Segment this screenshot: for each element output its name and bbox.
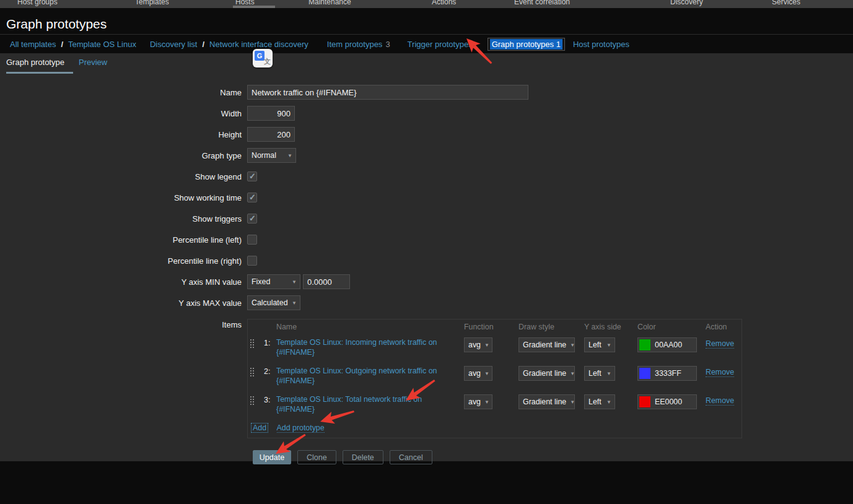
item-name-link[interactable]: Template OS Linux: Total network traffic… — [276, 394, 464, 414]
chevron-down-icon: ▼ — [484, 399, 489, 405]
draw-style-select[interactable]: Gradient line ▼ — [518, 337, 575, 352]
clone-button[interactable]: Clone — [297, 450, 336, 464]
y-axis-max-label: Y axis MAX value — [0, 298, 247, 308]
tab-graph-prototype[interactable]: Graph prototype — [6, 53, 73, 74]
col-header-draw-style: Draw style — [518, 323, 584, 331]
y-axis-side-select[interactable]: Left ▼ — [584, 337, 615, 352]
y-axis-side-select[interactable]: Left ▼ — [584, 394, 615, 409]
percentile-left-checkbox[interactable] — [247, 235, 257, 245]
breadcrumb-network-interface-discovery[interactable]: Network interface discovery — [209, 40, 308, 49]
y-axis-max-row: Y axis MAX value Calculated ▼ — [0, 292, 853, 313]
breadcrumb-discovery-list[interactable]: Discovery list — [150, 40, 198, 49]
col-header-color: Color — [637, 323, 706, 331]
col-header-function: Function — [464, 323, 518, 331]
color-input[interactable]: 00AA00 — [637, 337, 697, 352]
menu-actions[interactable]: Actions — [432, 0, 456, 7]
items-table-header: Name Function Draw style Y axis side Col… — [248, 319, 741, 333]
items-label: Items — [0, 313, 247, 329]
cancel-button[interactable]: Cancel — [390, 450, 432, 464]
drag-handle-icon[interactable] — [250, 339, 256, 349]
breadcrumb-graph-prototypes-active[interactable]: Graph prototypes 1 — [488, 38, 565, 51]
graph-type-select[interactable]: Normal ▼ — [247, 148, 296, 163]
breadcrumb: All templates / Template OS Linux Discov… — [0, 35, 853, 53]
menu-maintenance[interactable]: Maintenance — [308, 0, 351, 7]
function-select[interactable]: avg ▼ — [464, 394, 492, 409]
breadcrumb-host-prototypes[interactable]: Host prototypes — [573, 40, 629, 49]
add-item-link[interactable]: Add — [251, 423, 268, 433]
form-footer: Update Clone Delete Cancel — [253, 450, 853, 464]
show-triggers-row: Show triggers — [0, 208, 853, 229]
chevron-down-icon: ▼ — [292, 279, 297, 285]
function-select[interactable]: avg ▼ — [464, 337, 492, 352]
col-header-action: Action — [706, 323, 743, 331]
draw-style-select[interactable]: Gradient line ▼ — [518, 394, 575, 409]
y-axis-min-value-input[interactable] — [303, 274, 350, 289]
y-axis-min-type-select[interactable]: Fixed ▼ — [247, 274, 300, 289]
menu-services[interactable]: Services — [772, 0, 800, 7]
remove-item-link[interactable]: Remove — [706, 396, 734, 406]
show-triggers-checkbox[interactable] — [247, 214, 257, 224]
y-axis-side-select[interactable]: Left ▼ — [584, 366, 615, 381]
col-header-y-axis-side: Y axis side — [584, 323, 637, 331]
show-legend-row: Show legend — [0, 166, 853, 187]
remove-item-link[interactable]: Remove — [706, 339, 734, 349]
percentile-right-checkbox[interactable] — [247, 256, 257, 266]
graph-type-label: Graph type — [0, 151, 247, 160]
draw-style-select[interactable]: Gradient line ▼ — [518, 366, 575, 381]
breadcrumb-all-templates[interactable]: All templates — [10, 40, 56, 49]
function-select[interactable]: avg ▼ — [464, 366, 492, 381]
item-name-link[interactable]: Template OS Linux: Incoming network traf… — [276, 337, 464, 357]
graph-type-value: Normal — [252, 151, 276, 160]
show-working-time-row: Show working time — [0, 187, 853, 208]
show-legend-checkbox[interactable] — [247, 172, 257, 181]
drag-handle-icon[interactable] — [250, 396, 256, 406]
menu-host-groups[interactable]: Host groups — [17, 0, 58, 7]
menu-templates[interactable]: Templates — [135, 0, 169, 7]
name-row: Name — [0, 82, 853, 103]
google-translate-icon[interactable]: G 文 — [253, 49, 273, 67]
title-bar: Graph prototypes — [0, 8, 853, 34]
chevron-down-icon: ▼ — [570, 399, 575, 405]
menu-event-correlation[interactable]: Event correlation — [514, 0, 570, 7]
breadcrumb-separator: / — [61, 40, 63, 49]
breadcrumb-item-prototypes[interactable]: Item prototypes — [327, 40, 383, 49]
item-prototypes-count: 3 — [385, 40, 390, 49]
menu-discovery[interactable]: Discovery — [670, 0, 703, 7]
color-swatch — [639, 339, 650, 350]
zabbix-graph-prototypes-page: Host groups Templates Hosts Maintenance … — [0, 0, 853, 504]
item-number: 3: — [264, 394, 276, 404]
delete-button[interactable]: Delete — [343, 450, 383, 464]
show-legend-label: Show legend — [0, 172, 247, 181]
graph-type-row: Graph type Normal ▼ — [0, 145, 853, 166]
y-axis-min-row: Y axis MIN value Fixed ▼ — [0, 271, 853, 292]
percentile-left-label: Percentile line (left) — [0, 235, 247, 245]
chevron-down-icon: ▼ — [287, 153, 292, 159]
page-title: Graph prototypes — [6, 17, 107, 32]
tab-preview[interactable]: Preview — [79, 53, 107, 74]
y-axis-min-label: Y axis MIN value — [0, 277, 247, 287]
y-axis-max-type-select[interactable]: Calculated ▼ — [247, 295, 300, 310]
height-input[interactable] — [247, 127, 295, 142]
chevron-down-icon: ▼ — [606, 371, 611, 376]
width-input[interactable] — [247, 106, 295, 121]
chevron-down-icon: ▼ — [484, 371, 489, 376]
graph-prototype-form: Name Width Height Graph type Normal ▼ Sh… — [0, 82, 853, 464]
chevron-down-icon: ▼ — [292, 300, 297, 306]
color-input[interactable]: 3333FF — [637, 366, 697, 381]
show-working-time-checkbox[interactable] — [247, 193, 257, 202]
name-input[interactable] — [247, 85, 528, 100]
percentile-right-row: Percentile line (right) — [0, 250, 853, 271]
remove-item-link[interactable]: Remove — [706, 368, 734, 377]
chevron-down-icon: ▼ — [484, 342, 489, 348]
breadcrumb-template-os-linux[interactable]: Template OS Linux — [68, 40, 136, 49]
name-label: Name — [0, 88, 247, 97]
y-axis-min-type-value: Fixed — [252, 277, 270, 286]
width-label: Width — [0, 109, 247, 118]
col-header-name: Name — [276, 323, 464, 331]
chevron-down-icon: ▼ — [570, 342, 575, 348]
show-triggers-label: Show triggers — [0, 214, 247, 224]
tab-bar: Graph prototype Preview — [0, 53, 853, 74]
color-input[interactable]: EE0000 — [637, 394, 697, 409]
item-number: 2: — [264, 366, 276, 376]
drag-handle-icon[interactable] — [250, 368, 256, 377]
